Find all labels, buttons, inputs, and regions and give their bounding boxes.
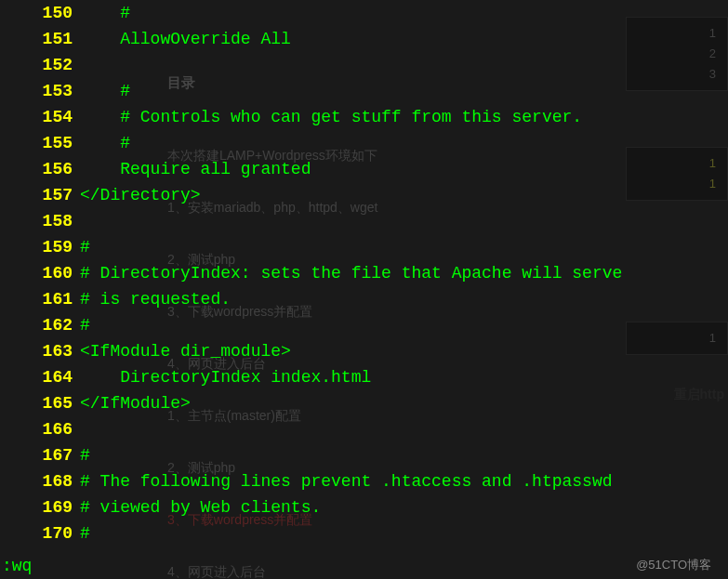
line-content: # The following lines prevent .htaccess … <box>80 468 622 494</box>
code-line[interactable]: 168# The following lines prevent .htacce… <box>0 468 728 494</box>
line-content: Require all granted <box>80 156 311 182</box>
code-line[interactable]: 151 AllowOverride All <box>0 26 728 52</box>
line-number: 168 <box>0 468 80 494</box>
code-line[interactable]: 163<IfModule dir_module> <box>0 338 728 364</box>
line-number: 164 <box>0 364 80 390</box>
code-line[interactable]: 166 <box>0 416 728 442</box>
line-content: # Controls who can get stuff from this s… <box>80 104 582 130</box>
code-line[interactable]: 150 # <box>0 0 728 26</box>
line-number: 162 <box>0 312 80 338</box>
line-number: 169 <box>0 494 80 520</box>
code-line[interactable]: 157</Directory> <box>0 182 728 208</box>
line-content: </Directory> <box>80 182 201 208</box>
vim-status-line[interactable]: :wq <box>2 557 32 575</box>
line-number: 151 <box>0 26 80 52</box>
line-number: 159 <box>0 234 80 260</box>
line-content: # <box>80 312 90 338</box>
code-line[interactable]: 164 DirectoryIndex index.html <box>0 364 728 390</box>
line-content: # DirectoryIndex: sets the file that Apa… <box>80 260 622 286</box>
code-line[interactable]: 159# <box>0 234 728 260</box>
line-content: # <box>80 78 130 104</box>
code-line[interactable]: 167# <box>0 442 728 468</box>
line-number: 166 <box>0 416 80 442</box>
code-line[interactable]: 153 # <box>0 78 728 104</box>
line-number: 150 <box>0 0 80 26</box>
line-content: # <box>80 0 130 26</box>
code-line[interactable]: 154 # Controls who can get stuff from th… <box>0 104 728 130</box>
line-number: 165 <box>0 390 80 416</box>
code-line[interactable]: 169# viewed by Web clients. <box>0 494 728 520</box>
line-content: # <box>80 442 90 468</box>
line-number: 154 <box>0 104 80 130</box>
line-content: </IfModule> <box>80 390 191 416</box>
line-number: 161 <box>0 286 80 312</box>
line-number: 158 <box>0 208 80 234</box>
line-content: # viewed by Web clients. <box>80 494 321 520</box>
vim-editor[interactable]: 150 #151 AllowOverride All152153 #154 # … <box>0 0 728 579</box>
line-number: 156 <box>0 156 80 182</box>
line-number: 152 <box>0 52 80 78</box>
line-content: # <box>80 130 130 156</box>
line-number: 163 <box>0 338 80 364</box>
line-number: 153 <box>0 78 80 104</box>
line-number: 170 <box>0 520 80 546</box>
code-line[interactable]: 162# <box>0 312 728 338</box>
code-line[interactable]: 155 # <box>0 130 728 156</box>
code-line[interactable]: 156 Require all granted <box>0 156 728 182</box>
line-content: # is requested. <box>80 286 231 312</box>
code-line[interactable]: 170# <box>0 520 728 546</box>
line-content: <IfModule dir_module> <box>80 338 291 364</box>
line-content: # <box>80 234 90 260</box>
line-number: 160 <box>0 260 80 286</box>
code-line[interactable]: 165</IfModule> <box>0 390 728 416</box>
code-line[interactable]: 152 <box>0 52 728 78</box>
line-content: # <box>80 520 90 546</box>
code-line[interactable]: 160# DirectoryIndex: sets the file that … <box>0 260 728 286</box>
code-line[interactable]: 158 <box>0 208 728 234</box>
line-content: AllowOverride All <box>80 26 291 52</box>
line-number: 157 <box>0 182 80 208</box>
line-content: DirectoryIndex index.html <box>80 364 371 390</box>
watermark: @51CTO博客 <box>636 557 711 573</box>
code-line[interactable]: 161# is requested. <box>0 286 728 312</box>
line-number: 155 <box>0 130 80 156</box>
line-number: 167 <box>0 442 80 468</box>
